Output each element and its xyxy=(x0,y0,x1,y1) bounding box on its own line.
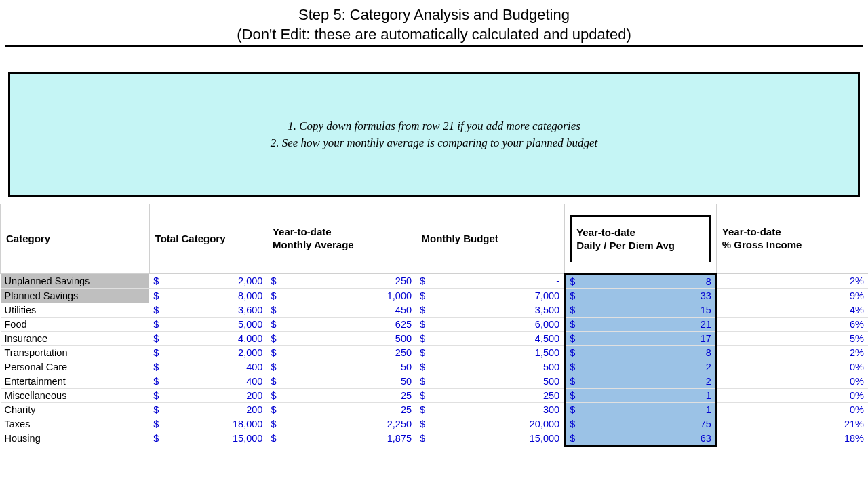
budget-cell[interactable]: $4,500 xyxy=(416,331,565,345)
pct-cell[interactable]: 21% xyxy=(716,417,868,431)
daily-avg-cell[interactable]: $1 xyxy=(565,388,717,402)
ytd-avg-cell[interactable]: $250 xyxy=(267,345,416,360)
total-cell[interactable]: $18,000 xyxy=(149,417,267,431)
ytd-avg-cell[interactable]: $2,250 xyxy=(267,417,416,431)
ytd-avg-cell[interactable]: $50 xyxy=(267,360,416,374)
ytd-avg-cell[interactable]: $500 xyxy=(267,331,416,345)
pct-cell[interactable]: 2% xyxy=(716,345,868,360)
data-table: Category Total Category Year-to-dateMont… xyxy=(0,204,868,447)
total-cell[interactable]: $200 xyxy=(149,402,267,417)
total-cell[interactable]: $8,000 xyxy=(149,288,267,303)
ytd-avg-cell[interactable]: $1,875 xyxy=(267,431,416,446)
table-row: Taxes$18,000$2,250$20,000$7521% xyxy=(1,417,869,431)
budget-cell[interactable]: $1,500 xyxy=(416,345,565,360)
daily-avg-cell[interactable]: $15 xyxy=(565,303,717,317)
budget-cell[interactable]: $20,000 xyxy=(416,417,565,431)
title-block: Step 5: Category Analysis and Budgeting … xyxy=(0,0,868,44)
header-total[interactable]: Total Category xyxy=(149,204,267,274)
title-underline xyxy=(5,45,863,47)
category-cell[interactable]: Entertainment xyxy=(1,374,150,388)
table-row: Insurance$4,000$500$4,500$175% xyxy=(1,331,869,345)
daily-avg-cell[interactable]: $21 xyxy=(565,317,717,331)
header-category[interactable]: Category xyxy=(1,204,150,274)
daily-avg-cell[interactable]: $1 xyxy=(565,402,717,417)
table-row: Entertainment$400$50$500$20% xyxy=(1,374,869,388)
daily-avg-cell[interactable]: $2 xyxy=(565,360,717,374)
budget-cell[interactable]: $250 xyxy=(416,388,565,402)
category-cell[interactable]: Housing xyxy=(1,431,150,446)
ytd-avg-cell[interactable]: $450 xyxy=(267,303,416,317)
pct-cell[interactable]: 0% xyxy=(716,388,868,402)
ytd-avg-cell[interactable]: $625 xyxy=(267,317,416,331)
table-row: Personal Care$400$50$500$20% xyxy=(1,360,869,374)
ytd-avg-cell[interactable]: $50 xyxy=(267,374,416,388)
pct-cell[interactable]: 0% xyxy=(716,402,868,417)
daily-avg-cell[interactable]: $2 xyxy=(565,374,717,388)
table-body: Unplanned Savings$2,000$250$-$82%Planned… xyxy=(1,273,869,446)
ytd-avg-cell[interactable]: $25 xyxy=(267,402,416,417)
total-cell[interactable]: $4,000 xyxy=(149,331,267,345)
info-box: 1. Copy down formulas from row 21 if you… xyxy=(8,72,860,197)
total-cell[interactable]: $5,000 xyxy=(149,317,267,331)
header-row: Category Total Category Year-to-dateMont… xyxy=(1,204,869,274)
category-cell[interactable]: Planned Savings xyxy=(1,288,150,303)
ytd-avg-cell[interactable]: $1,000 xyxy=(267,288,416,303)
budget-cell[interactable]: $- xyxy=(416,273,565,288)
category-cell[interactable]: Taxes xyxy=(1,417,150,431)
ytd-avg-cell[interactable]: $250 xyxy=(267,273,416,288)
category-cell[interactable]: Miscellaneous xyxy=(1,388,150,402)
budget-cell[interactable]: $3,500 xyxy=(416,303,565,317)
daily-avg-cell[interactable]: $75 xyxy=(565,417,717,431)
ytd-avg-cell[interactable]: $25 xyxy=(267,388,416,402)
title-line-2: (Don't Edit: these are automatically cal… xyxy=(0,25,868,45)
table-row: Planned Savings$8,000$1,000$7,000$339% xyxy=(1,288,869,303)
budget-cell[interactable]: $15,000 xyxy=(416,431,565,446)
header-ytd-avg[interactable]: Year-to-dateMonthly Average xyxy=(267,204,416,274)
category-cell[interactable]: Insurance xyxy=(1,331,150,345)
budget-cell[interactable]: $7,000 xyxy=(416,288,565,303)
daily-avg-cell[interactable]: $8 xyxy=(565,273,717,288)
category-cell[interactable]: Utilities xyxy=(1,303,150,317)
budget-cell[interactable]: $500 xyxy=(416,374,565,388)
table-row: Housing$15,000$1,875$15,000$6318% xyxy=(1,431,869,446)
title-line-1: Step 5: Category Analysis and Budgeting xyxy=(0,5,868,25)
total-cell[interactable]: $200 xyxy=(149,388,267,402)
header-monthly-budget[interactable]: Monthly Budget xyxy=(416,204,565,274)
pct-cell[interactable]: 9% xyxy=(716,288,868,303)
table-row: Transportation$2,000$250$1,500$82% xyxy=(1,345,869,360)
daily-avg-cell[interactable]: $17 xyxy=(565,331,717,345)
category-cell[interactable]: Personal Care xyxy=(1,360,150,374)
info-line: 2. See how your monthly average is compa… xyxy=(271,134,598,152)
daily-avg-cell[interactable]: $8 xyxy=(565,345,717,360)
budget-cell[interactable]: $500 xyxy=(416,360,565,374)
category-cell[interactable]: Transportation xyxy=(1,345,150,360)
total-cell[interactable]: $400 xyxy=(149,374,267,388)
daily-avg-cell[interactable]: $33 xyxy=(565,288,717,303)
table-row: Miscellaneous$200$25$250$10% xyxy=(1,388,869,402)
pct-cell[interactable]: 18% xyxy=(716,431,868,446)
category-cell[interactable]: Food xyxy=(1,317,150,331)
daily-avg-cell[interactable]: $63 xyxy=(565,431,717,446)
pct-cell[interactable]: 4% xyxy=(716,303,868,317)
info-line: 1. Copy down formulas from row 21 if you… xyxy=(288,117,580,135)
total-cell[interactable]: $400 xyxy=(149,360,267,374)
pct-cell[interactable]: 2% xyxy=(716,273,868,288)
budget-cell[interactable]: $6,000 xyxy=(416,317,565,331)
total-cell[interactable]: $15,000 xyxy=(149,431,267,446)
pct-cell[interactable]: 0% xyxy=(716,360,868,374)
total-cell[interactable]: $2,000 xyxy=(149,345,267,360)
spreadsheet-sheet: Step 5: Category Analysis and Budgeting … xyxy=(0,0,868,447)
pct-cell[interactable]: 0% xyxy=(716,374,868,388)
header-daily-avg[interactable]: Year-to-dateDaily / Per Diem Avg xyxy=(565,204,717,274)
table-row: Charity$200$25$300$10% xyxy=(1,402,869,417)
header-pct-gross[interactable]: Year-to-date% Gross Income xyxy=(716,204,868,274)
category-cell[interactable]: Unplanned Savings xyxy=(1,273,150,288)
total-cell[interactable]: $2,000 xyxy=(149,273,267,288)
pct-cell[interactable]: 6% xyxy=(716,317,868,331)
category-cell[interactable]: Charity xyxy=(1,402,150,417)
table-row: Utilities$3,600$450$3,500$154% xyxy=(1,303,869,317)
table-row: Food$5,000$625$6,000$216% xyxy=(1,317,869,331)
budget-cell[interactable]: $300 xyxy=(416,402,565,417)
pct-cell[interactable]: 5% xyxy=(716,331,868,345)
total-cell[interactable]: $3,600 xyxy=(149,303,267,317)
